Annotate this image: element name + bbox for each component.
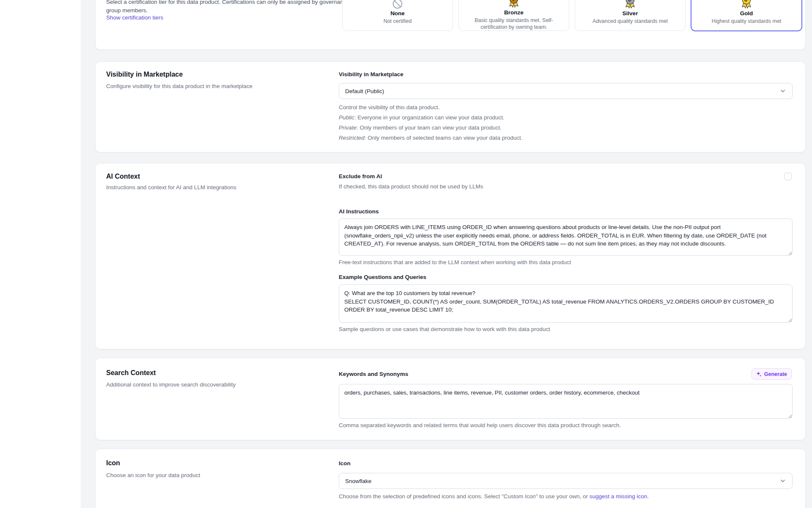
icon-help-text: Choose from the selection of predefined … — [339, 493, 590, 500]
tier-name: Bronze — [504, 9, 524, 16]
visibility-select[interactable]: Default (Public) — [339, 83, 793, 99]
exclude-from-ai-label: Exclude from AI — [339, 173, 382, 179]
data-product-settings-page: Select a certification tier for this dat… — [0, 0, 812, 508]
certification-tier-card-none[interactable]: None Not certified — [342, 0, 453, 31]
search-context-section-subtitle: Additional context to improve search dis… — [106, 381, 236, 388]
icon-section-subtitle: Choose an icon for your data product — [106, 472, 200, 478]
ai-instructions-textarea[interactable]: Always join ORDERS with LINE_ITEMS using… — [339, 218, 793, 256]
tier-icon-box — [507, 0, 521, 8]
ai-context-section-subtitle: Instructions and context for AI and LLM … — [106, 184, 236, 190]
ban-icon — [392, 0, 403, 9]
search-context-section-title: Search Context — [106, 369, 156, 377]
sparkles-icon — [756, 371, 762, 377]
tier-name: Gold — [740, 10, 753, 17]
tier-name: None — [390, 10, 405, 17]
ai-context-section-title: AI Context — [106, 173, 140, 180]
generate-button[interactable]: Generate — [752, 368, 792, 380]
visibility-help-line: Public: Everyone in your organization ca… — [339, 113, 522, 122]
visibility-selected-value: Default (Public) — [345, 88, 384, 94]
tier-icon-box — [623, 0, 637, 9]
keywords-textarea[interactable]: orders, purchases, sales, transactions, … — [339, 384, 793, 419]
suggest-missing-icon-link[interactable]: suggest a missing icon. — [590, 493, 649, 500]
certification-tier-card-gold[interactable]: Gold Highest quality standards met — [691, 0, 802, 31]
visibility-help-line: Restricted: Only members of selected tea… — [339, 134, 522, 142]
visibility-help-lines: Public: Everyone in your organization ca… — [339, 113, 522, 144]
certification-description: Select a certification tier for this dat… — [106, 0, 360, 15]
tier-name: Silver — [623, 10, 638, 17]
ai-instructions-label: AI Instructions — [339, 208, 379, 215]
icon-help: Choose from the selection of predefined … — [339, 493, 649, 500]
chevron-down-icon — [779, 478, 786, 484]
medal-gold-icon — [739, 0, 754, 9]
chevron-down-icon — [779, 88, 786, 94]
tier-description: Not certified — [384, 18, 412, 25]
visibility-section-card: Visibility in Marketplace Configure visi… — [95, 61, 806, 152]
visibility-help-line: Private: Only members of your team can v… — [339, 124, 522, 132]
search-context-section-card: Search Context Additional context to imp… — [95, 358, 806, 440]
icon-section-title: Icon — [106, 459, 120, 467]
icon-field-label: Icon — [339, 460, 351, 467]
example-questions-textarea[interactable]: Q: What are the top 10 customers by tota… — [339, 284, 793, 323]
tier-description: Advanced quality standards met — [593, 18, 668, 25]
keywords-help: Comma separated keywords and related ter… — [339, 422, 621, 428]
medal-silver-icon — [623, 0, 637, 9]
tier-description: Highest quality standards met — [712, 18, 782, 25]
tier-description: Basic quality standards met. Self-certif… — [465, 17, 563, 30]
medal-bronze-icon — [507, 0, 521, 8]
visibility-help-intro: Control the visibility of this data prod… — [339, 103, 440, 112]
tier-icon-box — [739, 0, 754, 9]
show-certification-tiers-link[interactable]: Show certification tiers — [106, 14, 163, 21]
example-questions-help: Sample questions or use cases that demon… — [339, 326, 550, 332]
ai-instructions-help: Free-text instructions that are added to… — [339, 259, 571, 265]
visibility-section-title: Visibility in Marketplace — [106, 71, 183, 78]
exclude-from-ai-checkbox[interactable] — [784, 173, 792, 180]
certification-tier-options: None Not certified Bronze Basic quality … — [342, 0, 802, 31]
generate-button-label: Generate — [764, 371, 787, 377]
certification-tier-card-bronze[interactable]: Bronze Basic quality standards met. Self… — [458, 0, 569, 31]
keywords-label: Keywords and Synonyms — [339, 371, 408, 377]
icon-select[interactable]: Snowflake — [339, 473, 793, 489]
icon-selected-value: Snowflake — [345, 478, 371, 484]
example-questions-label: Example Questions and Queries — [339, 274, 426, 280]
certification-tier-card-silver[interactable]: Silver Advanced quality standards met — [575, 0, 686, 31]
tier-icon-box — [392, 0, 403, 9]
visibility-section-subtitle: Configure visibility for this data produ… — [106, 83, 252, 89]
certification-section-card: Select a certification tier for this dat… — [95, 0, 806, 50]
icon-section-card: Icon Choose an icon for your data produc… — [95, 449, 806, 508]
visibility-field-label: Visibility in Marketplace — [339, 71, 403, 77]
ai-context-section-card: AI Context Instructions and context for … — [95, 163, 806, 349]
exclude-from-ai-help: If checked, this data product should not… — [339, 183, 483, 190]
